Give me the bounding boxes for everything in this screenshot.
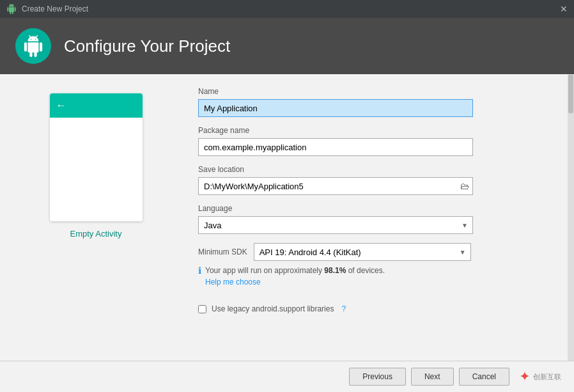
sdk-info-text: Your app will run on approximately 98.1%… [205,266,385,275]
title-bar: Create New Project ✕ [0,0,574,18]
cancel-button[interactable]: Cancel [459,368,509,386]
footer: Previous Next Cancel ✦ 创新互联 [0,361,574,392]
header-title: Configure Your Project [64,36,230,56]
window-title: Create New Project [22,4,560,13]
sdk-info-text-before: Your app will run on approximately [205,266,324,275]
package-field-group: Package name [198,126,548,156]
watermark-text: 创新互联 [533,372,561,382]
legacy-checkbox-row: Use legacy android.support libraries ? [198,304,548,313]
package-label: Package name [198,126,548,135]
package-input[interactable] [198,138,473,156]
save-location-group: Save location 🗁 [198,165,548,195]
previous-button[interactable]: Previous [349,368,406,386]
activity-label: Empty Activity [70,229,122,239]
minimum-sdk-label: Minimum SDK [198,247,247,256]
info-icon: ℹ [198,265,201,276]
sdk-info-text-after: of devices. [346,266,385,275]
save-location-label: Save location [198,165,548,174]
language-select-wrapper: Java Kotlin ▼ [198,216,473,234]
phone-body [50,118,143,221]
header-android-icon [15,28,51,64]
sdk-info-text-block: Your app will run on approximately 98.1%… [205,265,385,286]
scrollbar-thumb[interactable] [568,75,573,113]
minimum-sdk-group: Minimum SDK API 19: Android 4.4 (KitKat)… [198,243,548,286]
header: Configure Your Project [0,18,574,74]
watermark: ✦ 创新互联 [520,370,561,384]
sdk-info-row: ℹ Your app will run on approximately 98.… [198,265,548,286]
scrollbar-track[interactable] [568,74,574,361]
legacy-help-icon[interactable]: ? [341,304,346,313]
left-panel: ← Empty Activity [0,74,192,361]
legacy-checkbox-label: Use legacy android.support libraries [212,304,334,313]
sdk-select[interactable]: API 19: Android 4.4 (KitKat) API 21: And… [254,243,471,261]
next-button[interactable]: Next [411,368,454,386]
folder-browse-button[interactable]: 🗁 [458,180,472,192]
language-group: Language Java Kotlin ▼ [198,204,548,234]
save-location-input-wrapper: 🗁 [198,177,473,195]
close-button[interactable]: ✕ [560,4,568,14]
sdk-info-percent: 98.1% [324,266,346,275]
name-input[interactable] [198,99,473,117]
name-label: Name [198,87,548,96]
language-select[interactable]: Java Kotlin [198,216,473,234]
name-field-group: Name [198,87,548,117]
right-panel: Name Package name Save location 🗁 Langua… [192,74,568,361]
watermark-logo-icon: ✦ [520,370,529,384]
save-location-input[interactable] [198,177,473,195]
language-label: Language [198,204,548,213]
phone-back-arrow-icon: ← [56,100,66,111]
legacy-checkbox[interactable] [198,305,206,313]
sdk-select-wrapper: API 19: Android 4.4 (KitKat) API 21: And… [254,243,471,261]
sdk-row: Minimum SDK API 19: Android 4.4 (KitKat)… [198,243,548,261]
android-title-icon [6,4,17,14]
content-area: ← Empty Activity Name Package name Save … [0,74,574,361]
create-project-window: Create New Project ✕ Configure Your Proj… [0,0,574,392]
help-me-choose-link[interactable]: Help me choose [205,278,385,286]
phone-mockup: ← [50,93,143,221]
phone-top-bar: ← [50,93,143,118]
